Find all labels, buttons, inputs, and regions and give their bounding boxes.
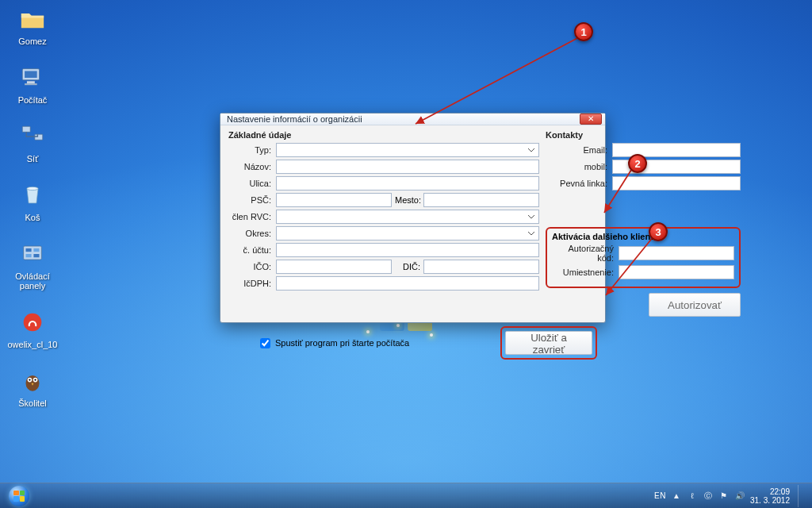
label-umiestnenie: Umiestnenie: [552, 267, 619, 277]
callout-3: 3 [649, 222, 668, 241]
label-pevna: Pevná linka: [546, 179, 612, 188]
label-cuctu: č. účtu: [228, 245, 276, 255]
start-button[interactable] [3, 485, 35, 507]
desktop-icon-recycle-bin[interactable]: Koš [5, 181, 60, 222]
dic-field[interactable] [423, 260, 539, 274]
control-panel-icon [18, 240, 47, 268]
trash-icon [18, 181, 47, 210]
contacts-heading: Kontakty [546, 130, 741, 140]
svg-rect-11 [33, 254, 39, 257]
taskbar-date: 31. 3. 2012 [750, 496, 790, 505]
label-mesto: Mesto: [392, 195, 423, 205]
dialog-footer: Spustiť program pri štarte počítača Ulož… [228, 326, 597, 360]
clen-rvc-select[interactable] [276, 210, 539, 224]
svg-rect-7 [24, 246, 42, 260]
basic-data-heading: Základné údaje [228, 130, 539, 140]
label-auth-code: Autorizačný kód: [552, 244, 619, 263]
desktop-icon-label: Gomez [18, 37, 46, 46]
activation-heading: Aktivácia dalšieho klienta [552, 232, 734, 241]
desktop-icon-label: Síť [27, 154, 39, 164]
desktop-icon-control-panel[interactable]: Ovládací panely [5, 240, 60, 291]
icdph-field[interactable] [276, 276, 539, 291]
svg-rect-2 [27, 81, 35, 83]
dialog-titlebar[interactable]: Nastavenie informácií o organizácii ✕ [220, 114, 605, 125]
svg-rect-10 [26, 254, 32, 257]
label-okres: Okres: [228, 229, 276, 238]
tray-overflow-icon[interactable]: ▲ [671, 491, 682, 500]
auth-code-field[interactable] [619, 246, 734, 260]
svg-point-13 [26, 375, 40, 391]
label-typ: Typ: [228, 145, 276, 155]
label-mobil: mobil: [546, 162, 612, 171]
tray-icon-2[interactable]: Ⓒ [703, 491, 714, 502]
psc-field[interactable] [276, 193, 392, 207]
startup-checkbox-label: Spustiť program pri štarte počítača [275, 338, 409, 348]
desktop-icon-skolitel[interactable]: Školitel [5, 367, 60, 408]
callout-2: 2 [628, 154, 647, 173]
desktop-icon-network[interactable]: Síť [5, 122, 60, 164]
system-tray: EN ▲ ℓ Ⓒ ⚑ 🔊 22:09 31. 3. 2012 [654, 485, 809, 507]
folder-icon [18, 5, 47, 33]
okres-select[interactable] [276, 226, 539, 241]
svg-rect-3 [25, 83, 37, 85]
svg-point-17 [34, 379, 36, 380]
ulica-field[interactable] [276, 176, 539, 190]
authorize-button-row: Autorizovať [546, 293, 741, 317]
desktop-icon-label: Školitel [18, 398, 46, 408]
desktop-icon-label: owelix_cl_10 [8, 340, 58, 349]
network-icon [18, 122, 47, 151]
desktop-icon-app-owelix[interactable]: owelix_cl_10 [5, 308, 60, 349]
mesto-field[interactable] [423, 193, 539, 207]
desktop-icon-computer[interactable]: Počítač [5, 64, 60, 105]
svg-point-6 [27, 187, 38, 190]
desktop-icon-label: Počítač [18, 95, 48, 105]
ico-field[interactable] [276, 260, 392, 274]
activation-section: Aktivácia dalšieho klienta Autorizačný k… [546, 227, 741, 288]
label-clen-rvc: člen RVC: [228, 212, 276, 221]
nazov-field[interactable] [276, 160, 539, 174]
svg-point-16 [29, 379, 30, 380]
owl-icon [18, 367, 47, 395]
desktop-icons: Gomez Počítač Síť Koš Ovládací panely ow… [5, 5, 60, 408]
taskbar: EN ▲ ℓ Ⓒ ⚑ 🔊 22:09 31. 3. 2012 [0, 483, 812, 508]
show-desktop-button[interactable] [798, 485, 806, 507]
label-dic: DIČ: [392, 262, 423, 271]
taskbar-time: 22:09 [750, 487, 790, 496]
label-email: Email: [546, 145, 612, 155]
callout-1: 1 [574, 22, 593, 41]
language-indicator[interactable]: EN [654, 491, 666, 500]
svg-rect-5 [35, 134, 43, 140]
tray-icon-1[interactable]: ℓ [687, 491, 698, 500]
computer-icon [18, 64, 47, 92]
save-close-highlight: Uložiť a zavrieť [500, 326, 597, 360]
action-center-icon[interactable]: ⚑ [718, 491, 730, 500]
taskbar-clock[interactable]: 22:09 31. 3. 2012 [750, 487, 790, 505]
label-ico: IČO: [228, 262, 276, 271]
desktop-icon-user-folder[interactable]: Gomez [5, 5, 60, 46]
app-icon [18, 308, 47, 337]
umiestnenie-field[interactable] [619, 265, 734, 279]
dialog-body: Základné údaje Typ: Názov: Ulica: PSČ: M… [220, 125, 605, 368]
startup-checkbox[interactable] [260, 338, 270, 348]
label-icdph: IčDPH: [228, 279, 276, 288]
basic-data-section: Základné údaje Typ: Názov: Ulica: PSČ: M… [228, 130, 539, 317]
authorize-button[interactable]: Autorizovať [649, 293, 741, 317]
dialog-close-button[interactable]: ✕ [580, 114, 602, 125]
label-nazov: Názov: [228, 162, 276, 171]
typ-select[interactable] [276, 143, 539, 157]
svg-rect-1 [25, 71, 37, 79]
label-ulica: Ulica: [228, 179, 276, 188]
svg-rect-8 [26, 248, 32, 252]
save-close-button[interactable]: Uložiť a zavrieť [505, 331, 592, 355]
cuctu-field[interactable] [276, 243, 539, 257]
start-orb-icon [9, 486, 29, 506]
organization-settings-dialog: Nastavenie informácií o organizácii ✕ Zá… [220, 113, 606, 323]
volume-icon[interactable]: 🔊 [734, 491, 745, 500]
desktop-icon-label: Ovládací panely [5, 271, 60, 291]
desktop-icon-label: Koš [25, 213, 40, 222]
label-psc: PSČ: [228, 195, 276, 205]
dialog-title: Nastavenie informácií o organizácii [227, 114, 362, 124]
pevna-field[interactable] [612, 176, 741, 190]
svg-rect-9 [33, 248, 39, 252]
svg-rect-4 [22, 126, 30, 132]
